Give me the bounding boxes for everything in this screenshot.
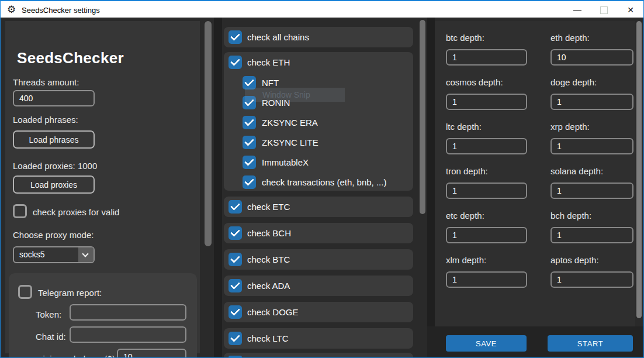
chat-id-input[interactable] xyxy=(70,326,186,343)
right-scrollbar-thumb[interactable] xyxy=(636,21,642,318)
chain-row[interactable]: check ADA xyxy=(224,276,413,296)
loaded-proxies-label: Loaded proxies: 1000 xyxy=(13,161,97,171)
checkbox-checked[interactable] xyxy=(228,200,242,214)
subchain-label: ZKSYNC ERA xyxy=(262,116,318,129)
depth-label: xrp depth: xyxy=(550,122,590,132)
checkbox-checked[interactable] xyxy=(243,136,256,149)
threads-amount-input[interactable] xyxy=(13,90,95,106)
column-divider xyxy=(214,18,222,357)
close-button[interactable]: ✕ xyxy=(618,1,643,19)
chain-label: check ADA xyxy=(247,276,290,296)
column-divider xyxy=(427,18,435,357)
threads-amount-label: Threads amount: xyxy=(13,77,79,87)
depth-input-etc[interactable] xyxy=(446,227,527,243)
chat-id-label: Chat id: xyxy=(36,332,66,342)
maximize-button xyxy=(591,1,618,19)
checkbox-checked[interactable] xyxy=(228,305,242,319)
depth-label: solana depth: xyxy=(550,166,603,176)
title-bar: ⚙ SeedsChecker settings ✕ xyxy=(1,0,643,18)
token-input[interactable] xyxy=(70,304,186,321)
chain-label: check DOGE xyxy=(247,302,299,322)
chain-row[interactable]: check BCH xyxy=(224,223,413,243)
minimize-button[interactable] xyxy=(564,1,591,19)
checkbox-checked[interactable] xyxy=(228,332,242,345)
chain-label: check ETH xyxy=(247,56,290,69)
depth-input-doge[interactable] xyxy=(550,94,633,110)
middle-scrollbar-thumb[interactable] xyxy=(420,20,425,214)
depth-label: ltc depth: xyxy=(446,122,482,132)
chain-label: check BTC xyxy=(247,249,290,270)
left-scrollbar-thumb[interactable] xyxy=(205,21,212,246)
chain-row[interactable]: check LTC xyxy=(224,328,413,349)
depth-input-tron[interactable] xyxy=(446,183,527,199)
depth-label: cosmos depth: xyxy=(446,77,503,87)
window-title: SeedsChecker settings xyxy=(22,6,100,15)
depth-input-xlm[interactable] xyxy=(446,271,527,288)
minimum-balance-label: minimum balance($): xyxy=(36,354,117,358)
select-arrow-area[interactable] xyxy=(78,247,94,262)
window-snip-overlay: Window Snip xyxy=(245,88,345,102)
chain-row[interactable]: check ETC xyxy=(224,197,413,217)
checkbox-checked[interactable] xyxy=(228,226,242,240)
depth-label: tron depth: xyxy=(446,166,488,176)
depth-input-eth[interactable] xyxy=(550,49,633,66)
telegram-report-label: Telegram report: xyxy=(38,288,102,298)
checkbox-checked[interactable] xyxy=(243,175,256,189)
check-proxies-label: check proxies for valid xyxy=(33,207,119,217)
depth-input-xrp[interactable] xyxy=(550,138,633,154)
checkbox-partial xyxy=(228,356,242,357)
gear-icon: ⚙ xyxy=(7,4,16,16)
minimum-balance-input[interactable] xyxy=(117,349,186,358)
chain-row-all[interactable]: check all chains xyxy=(224,27,413,47)
chain-row[interactable]: check DOGE xyxy=(224,302,413,322)
checkbox-checked[interactable] xyxy=(243,156,256,169)
checkbox-checked[interactable] xyxy=(228,56,242,69)
proxy-mode-value: socks5 xyxy=(19,250,45,259)
depth-input-cosmos[interactable] xyxy=(446,94,527,110)
chevron-down-icon xyxy=(82,250,88,257)
depth-label: etc depth: xyxy=(446,211,484,221)
proxy-mode-select[interactable]: socks5 xyxy=(13,246,95,263)
subchain-label: check transactions (eth, bnb, ...) xyxy=(262,175,386,189)
token-label: Token: xyxy=(36,309,61,319)
checkbox-checked[interactable] xyxy=(228,279,242,292)
depth-label: btc depth: xyxy=(446,33,484,43)
load-phrases-button[interactable]: Load phrases xyxy=(13,130,95,149)
checkbox-checked[interactable] xyxy=(228,30,242,44)
start-button[interactable]: START xyxy=(548,335,633,352)
depth-input-ltc[interactable] xyxy=(446,138,527,154)
depth-label: doge depth: xyxy=(550,77,597,87)
telegram-report-group: Telegram report: Token: Chat id: minimum… xyxy=(9,273,197,358)
depth-label: xlm depth: xyxy=(446,255,486,265)
depth-label: eth depth: xyxy=(550,33,590,43)
subchain-label: ZKSYNC LITE xyxy=(262,136,318,149)
checkbox-checked[interactable] xyxy=(243,116,256,129)
loaded-phrases-label: Loaded phrases: xyxy=(13,115,78,125)
depth-input-aptos[interactable] xyxy=(550,271,633,288)
telegram-report-checkbox[interactable] xyxy=(18,285,32,299)
depth-label: aptos depth: xyxy=(550,255,599,265)
depth-input-bch[interactable] xyxy=(550,227,633,243)
app-heading: SeedsChecker xyxy=(17,49,124,67)
save-button[interactable]: SAVE xyxy=(446,335,527,352)
depth-input-solana[interactable] xyxy=(550,183,633,199)
chain-label: check BCH xyxy=(247,223,291,243)
depth-label: bch depth: xyxy=(550,211,591,221)
chain-group-eth: check ETH NFT RONIN ZKSYNC ERA ZKSYNC LI… xyxy=(224,52,413,191)
check-proxies-checkbox[interactable] xyxy=(13,204,27,218)
checkbox-checked[interactable] xyxy=(228,253,242,266)
chain-label: check all chains xyxy=(247,27,309,47)
proxy-mode-label: Choose proxy mode: xyxy=(13,230,94,240)
chain-row-partial[interactable] xyxy=(224,353,413,357)
subchain-label: ImmutableX xyxy=(262,156,309,169)
chain-label: check ETC xyxy=(247,197,290,217)
chain-row[interactable]: check BTC xyxy=(224,249,413,270)
app-window: ⚙ SeedsChecker settings ✕ SeedsChecker T… xyxy=(0,0,644,358)
chain-label: check LTC xyxy=(247,328,289,349)
depth-input-btc[interactable] xyxy=(446,49,527,66)
settings-panel: SeedsChecker Threads amount: Loaded phra… xyxy=(5,21,200,353)
load-proxies-button[interactable]: Load proxies xyxy=(13,175,95,194)
